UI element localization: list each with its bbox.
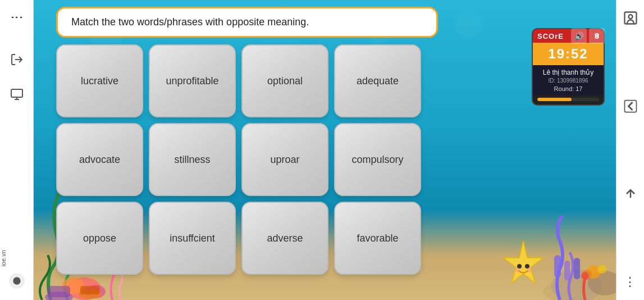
up-arrow-icon[interactable] xyxy=(620,184,641,204)
right-sidebar: ⋮ xyxy=(616,0,644,300)
word-card-favorable[interactable]: favorable xyxy=(334,202,421,275)
word-card-compulsory[interactable]: compulsory xyxy=(334,123,421,196)
round-info: Round: 17 xyxy=(537,85,599,92)
main-content: Match the two words/phrases with opposit… xyxy=(34,0,616,300)
settings-circle-icon[interactable] xyxy=(9,273,25,289)
word-card-insuffcient[interactable]: insuffcient xyxy=(149,202,236,275)
word-cards-grid: lucrativeunprofitableoptionaladequateadv… xyxy=(56,44,605,275)
more-vertical-icon[interactable]: ⋮ xyxy=(620,272,641,292)
round-label: Round: xyxy=(554,85,574,92)
menu-dots-icon[interactable]: ⋮ xyxy=(7,8,27,28)
score-label: SCOrE xyxy=(537,32,564,40)
word-card-adverse[interactable]: adverse xyxy=(241,202,328,275)
svg-rect-1 xyxy=(11,89,22,97)
profile-icon[interactable] xyxy=(620,8,641,28)
word-card-unprofitable[interactable]: unprofitable xyxy=(149,44,236,117)
player-id: ID: 1309981896 xyxy=(537,78,599,84)
timer-display: 19:52 xyxy=(533,43,604,65)
svg-point-30 xyxy=(628,15,632,19)
instruction-text: Match the two words/phrases with opposit… xyxy=(71,16,309,28)
player-name: Lê thị thanh thủy xyxy=(537,69,599,76)
logout-icon[interactable] xyxy=(7,49,27,70)
progress-fill xyxy=(537,98,572,101)
word-card-lucrative[interactable]: lucrative xyxy=(56,44,143,117)
close-panel-button[interactable]: ✕ xyxy=(589,28,605,44)
sound-button[interactable]: 🔊 xyxy=(571,28,587,44)
svg-rect-31 xyxy=(624,100,636,112)
word-card-oppose[interactable]: oppose xyxy=(56,202,143,275)
word-card-advocate[interactable]: advocate xyxy=(56,123,143,196)
screen-icon[interactable] xyxy=(7,84,27,104)
word-card-adequate[interactable]: adequate xyxy=(334,44,421,117)
word-card-optional[interactable]: optional xyxy=(241,44,328,117)
left-sidebar: ⋮ ioe.vn xyxy=(0,0,34,300)
svg-point-4 xyxy=(13,277,20,284)
round-value: 17 xyxy=(576,85,582,92)
player-info-section: Lê thị thanh thủy ID: 1309981896 Round: … xyxy=(533,65,604,96)
back-arrow-icon[interactable] xyxy=(620,96,641,116)
instruction-box: Match the two words/phrases with opposit… xyxy=(56,7,438,38)
progress-bar xyxy=(537,98,599,101)
content-area: Match the two words/phrases with opposit… xyxy=(34,0,616,300)
brand-label: ioe.vn xyxy=(0,250,34,266)
word-card-stillness[interactable]: stillness xyxy=(149,123,236,196)
word-card-uproar[interactable]: uproar xyxy=(241,123,328,196)
